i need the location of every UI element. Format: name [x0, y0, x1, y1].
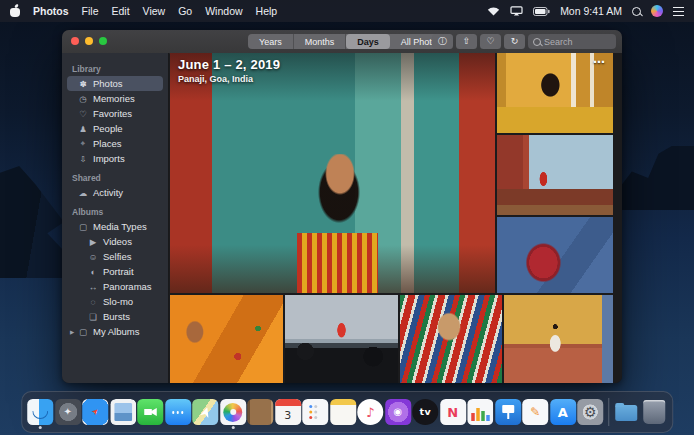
battery-icon[interactable] — [533, 7, 550, 16]
dock-notes-icon[interactable] — [330, 399, 356, 425]
selfies-icon: ☺ — [88, 252, 98, 262]
photo-child-red-dress-rocks[interactable] — [285, 295, 398, 383]
tab-years[interactable]: Years — [248, 34, 294, 49]
sidebar-item-imports[interactable]: ⇩Imports — [67, 151, 163, 166]
date-range-label: June 1 – 2, 2019 — [178, 57, 280, 72]
tab-months[interactable]: Months — [294, 34, 347, 49]
sidebar-item-memories[interactable]: ◷Memories — [67, 91, 163, 106]
search-input[interactable] — [544, 37, 611, 47]
sidebar-item-media-types[interactable]: ▢Media Types — [67, 219, 163, 234]
photo-hero-woman-teal-wall[interactable]: June 1 – 2, 2019 Panaji, Goa, India — [170, 53, 495, 293]
sidebar-item-photos[interactable]: ✽Photos — [67, 76, 163, 91]
more-options-button[interactable]: ⋯ — [593, 55, 606, 69]
bursts-icon: ❏ — [88, 312, 98, 322]
dock-numbers-icon[interactable] — [467, 399, 493, 425]
dock-tv-icon[interactable]: tv — [412, 399, 438, 425]
memories-icon: ◷ — [78, 94, 88, 104]
running-indicator — [39, 426, 42, 429]
sidebar-item-slo-mo[interactable]: ◌Slo-mo — [67, 294, 163, 309]
sidebar-item-videos[interactable]: ▶Videos — [67, 234, 163, 249]
photo-woman-orange-scarf[interactable] — [170, 295, 283, 383]
dock-photos-icon[interactable] — [220, 399, 246, 425]
dock-safari-icon[interactable]: ➤ — [82, 399, 108, 425]
spotlight-icon[interactable] — [632, 7, 641, 16]
disclosure-triangle-icon[interactable]: ▶ — [70, 329, 74, 335]
sidebar-item-panoramas[interactable]: ↔Panoramas — [67, 279, 163, 294]
menu-view[interactable]: View — [143, 5, 166, 17]
share-button[interactable]: ⇧ — [456, 34, 477, 49]
dock-system-preferences-icon[interactable]: ⚙ — [577, 399, 603, 425]
photo-dancer-yellow-wall[interactable] — [504, 295, 613, 383]
dock-calendar-icon[interactable]: 3 — [275, 399, 301, 425]
rotate-button[interactable]: ↻ — [504, 34, 525, 49]
media-types-icon: ▢ — [78, 222, 88, 232]
dock-music-icon[interactable]: ♪ — [357, 399, 383, 425]
photos-icon: ✽ — [78, 79, 88, 89]
imports-icon: ⇩ — [78, 154, 88, 164]
menu-go[interactable]: Go — [178, 5, 192, 17]
apple-menu-icon[interactable] — [10, 5, 20, 17]
videos-icon: ▶ — [88, 237, 98, 247]
info-button[interactable]: ⓘ — [432, 34, 453, 49]
photo-red-headscarf-blue-wall[interactable] — [497, 217, 613, 293]
share-icon: ⇧ — [463, 37, 471, 46]
dock-downloads-folder-icon[interactable] — [613, 399, 639, 425]
menu-edit[interactable]: Edit — [112, 5, 130, 17]
info-icon: ⓘ — [438, 37, 447, 46]
search-field[interactable] — [528, 34, 616, 49]
sidebar-item-favorites[interactable]: ♡Favorites — [67, 106, 163, 121]
dock-launchpad-icon[interactable]: ✦ — [55, 399, 81, 425]
minimize-button[interactable] — [85, 37, 93, 45]
places-icon: ⌖ — [78, 138, 88, 149]
dock-maps-icon[interactable] — [192, 399, 218, 425]
dock-pages-icon[interactable]: ✎ — [522, 399, 548, 425]
menu-help[interactable]: Help — [256, 5, 278, 17]
photo-red-sari-archway[interactable] — [497, 135, 613, 215]
sidebar-item-bursts[interactable]: ❏Bursts — [67, 309, 163, 324]
menu-window[interactable]: Window — [205, 5, 242, 17]
tab-days[interactable]: Days — [346, 34, 390, 49]
dock-messages-icon[interactable] — [165, 399, 191, 425]
slo-mo-icon: ◌ — [88, 297, 98, 307]
sidebar-item-my-albums[interactable]: ▶▢My Albums — [67, 324, 163, 339]
photo-man-yellow-building[interactable]: ⋯ — [497, 53, 613, 133]
sidebar: Library ✽Photos ◷Memories ♡Favorites ♟Pe… — [62, 53, 169, 383]
photo-hand-striped-cloth[interactable] — [400, 295, 502, 383]
dock-contacts-icon[interactable] — [247, 399, 273, 425]
sidebar-item-portrait[interactable]: ◐Portrait — [67, 264, 163, 279]
sidebar-section-library: Library — [72, 64, 168, 74]
zoom-button[interactable] — [99, 37, 107, 45]
photos-window: Years Months Days All Photos ⓘ ⇧ ♡ ↻ Lib… — [62, 30, 622, 383]
dock-trash-icon[interactable] — [643, 400, 665, 424]
menu-bar-clock[interactable]: Mon 9:41 AM — [560, 5, 622, 17]
activity-cloud-icon: ☁ — [78, 188, 88, 198]
dock: ✦ ➤ 3 ♪ ◉ tv N ✎ A ⚙ — [21, 391, 673, 433]
panoramas-icon: ↔ — [88, 282, 98, 292]
app-menu-title[interactable]: Photos — [33, 5, 69, 17]
dock-finder-icon[interactable] — [27, 399, 53, 425]
dock-facetime-icon[interactable] — [137, 399, 163, 425]
sidebar-item-activity[interactable]: ☁Activity — [67, 185, 163, 200]
menu-file[interactable]: File — [82, 5, 99, 17]
dock-reminders-icon[interactable] — [302, 399, 328, 425]
notification-center-icon[interactable] — [673, 7, 684, 16]
sidebar-item-selfies[interactable]: ☺Selfies — [67, 249, 163, 264]
sidebar-item-places[interactable]: ⌖Places — [67, 136, 163, 151]
dock-app-store-icon[interactable]: A — [550, 399, 576, 425]
search-icon — [533, 38, 541, 46]
calendar-day-number: 3 — [284, 410, 291, 421]
favorite-button[interactable]: ♡ — [480, 34, 501, 49]
close-button[interactable] — [71, 37, 79, 45]
dock-keynote-icon[interactable] — [495, 399, 521, 425]
wifi-icon[interactable] — [487, 6, 500, 16]
window-controls — [71, 37, 107, 45]
airplay-display-icon[interactable] — [510, 6, 523, 16]
dock-news-icon[interactable]: N — [440, 399, 466, 425]
running-indicator — [231, 426, 234, 429]
window-titlebar[interactable]: Years Months Days All Photos ⓘ ⇧ ♡ ↻ — [62, 30, 622, 54]
view-segmented-control: Years Months Days All Photos — [248, 34, 452, 49]
sidebar-item-people[interactable]: ♟People — [67, 121, 163, 136]
dock-mail-icon[interactable] — [110, 399, 136, 425]
dock-podcasts-icon[interactable]: ◉ — [385, 399, 411, 425]
siri-icon[interactable] — [651, 5, 663, 17]
